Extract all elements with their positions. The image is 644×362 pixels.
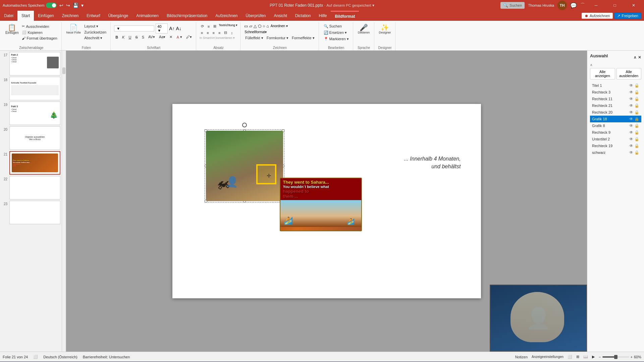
canvas-area[interactable]: ... Innerhalb 4 Monaten, und behältst xyxy=(66,51,587,352)
align-left-button[interactable]: ≡ xyxy=(200,30,204,36)
shape-icon-4[interactable]: ⬡ xyxy=(258,23,262,29)
visibility-icon-r20[interactable]: 👁 xyxy=(629,110,633,115)
font-size-field[interactable]: Aa▾ xyxy=(158,34,167,40)
tab-start[interactable]: Start xyxy=(17,11,34,21)
text-ausrichten-button[interactable]: ≡ xyxy=(206,23,211,29)
lock-icon-schwarz[interactable]: 🔒 xyxy=(634,150,639,155)
slide-thumb-20[interactable]: 20 Objekte auswählen like a Boss xyxy=(1,126,60,150)
selection-item-untertitel2[interactable]: Untertitel 2 👁 🔒 xyxy=(590,136,641,142)
formkontur-button[interactable]: Formkontur ▾ xyxy=(265,35,290,41)
slide-panel-scrollbar[interactable] xyxy=(62,51,66,352)
tab-datei[interactable]: Datei xyxy=(0,11,17,21)
char-spacing-button[interactable]: AV▾ xyxy=(147,34,156,40)
slide-thumb-22[interactable]: 22 xyxy=(1,176,60,199)
diktieren-button[interactable]: 🎤 Diktieren xyxy=(357,23,371,35)
sahara-card[interactable]: They went to Sahara... You wouldn´t beli… xyxy=(280,178,362,231)
tab-hilfe[interactable]: Hilfe xyxy=(315,11,331,21)
rotation-handle[interactable] xyxy=(242,123,247,127)
smartart-button[interactable]: ⊞ xyxy=(212,23,218,29)
italic-button[interactable]: K xyxy=(121,35,126,40)
visibility-icon-g18[interactable]: 👁 xyxy=(629,117,633,121)
einfuegen-button[interactable]: 📋 Einfügen xyxy=(4,23,20,35)
lock-icon-u2[interactable]: 🔒 xyxy=(634,137,639,141)
shape-icon-3[interactable]: △ xyxy=(253,23,257,29)
lock-icon-g18[interactable]: 🔒 xyxy=(634,117,639,121)
undo-icon[interactable]: ↩ xyxy=(59,3,63,8)
slide-thumb-18[interactable]: 18 Schnelle Textfeld Auswahl xyxy=(1,77,60,100)
tab-bildschirm[interactable]: Bildschirmpräsentation xyxy=(163,11,211,21)
selection-item-grafik8[interactable]: Grafik 8 👁 🔒 xyxy=(590,122,641,129)
freigeben-button[interactable]: ↗ Freigeben xyxy=(614,13,641,19)
tab-zeichnen[interactable]: Zeichnen xyxy=(58,11,83,21)
formeffekte-button[interactable]: Formeffekte ▾ xyxy=(290,35,316,41)
shape-icon-2[interactable]: ▱ xyxy=(249,23,253,29)
tab-animationen[interactable]: Animationen xyxy=(132,11,163,21)
lock-icon-r21[interactable]: 🔒 xyxy=(634,103,639,108)
tab-ueberpruefen[interactable]: Überprüfen xyxy=(241,11,270,21)
lock-icon-titel1[interactable]: 🔒 xyxy=(634,83,639,88)
font-size-dropdown[interactable]: 40 ▼ xyxy=(156,23,168,34)
tab-einfuegen[interactable]: Einfügen xyxy=(34,11,58,21)
save-icon[interactable]: 💾 xyxy=(73,3,78,8)
shadow-button[interactable]: S xyxy=(141,35,146,40)
language-status[interactable]: Deutsch (Österreich) xyxy=(43,355,77,359)
slide-thumb-23[interactable]: 23 xyxy=(1,201,60,224)
kopieren-button[interactable]: ⬜ Kopieren xyxy=(20,29,58,35)
selection-item-rechteck11[interactable]: Rechteck 11 👁 🔒 xyxy=(590,96,641,102)
lock-icon-r19[interactable]: 🔒 xyxy=(634,143,639,148)
ausschneiden-button[interactable]: ✂ Ausschneiden xyxy=(20,23,58,29)
normal-view-icon[interactable]: ⬜ xyxy=(568,355,572,359)
selection-item-rechteck20[interactable]: Rechteck 20 👁 🔒 xyxy=(590,109,641,116)
autosave-toggle-pill[interactable] xyxy=(46,3,57,8)
search-box[interactable]: 🔍 Suchen xyxy=(500,2,525,9)
visibility-icon-r21[interactable]: 👁 xyxy=(629,103,633,108)
suchen-button[interactable]: 🔍 Suchen xyxy=(322,23,343,29)
line-spacing-button[interactable]: ↕ xyxy=(229,30,234,36)
zuruecksetzen-button[interactable]: Zurücksetzen xyxy=(83,29,108,35)
selection-item-rechteck3[interactable]: Rechteck 3 👁 🔒 xyxy=(590,89,641,96)
slide-view-icon[interactable]: ⬜ xyxy=(33,355,38,359)
font-family-dropdown[interactable]: ▼ xyxy=(114,25,154,32)
neue-folie-button[interactable]: 📄 Neue Folie xyxy=(65,23,83,35)
ersetzen-button[interactable]: 🔄 Ersetzen ▾ xyxy=(322,30,348,36)
lock-icon-r3[interactable]: 🔒 xyxy=(634,90,639,95)
share-icon[interactable]: 💬 xyxy=(570,2,577,9)
tab-ansicht[interactable]: Ansicht xyxy=(270,11,291,21)
selection-item-rechteck21[interactable]: Rechteck 21 👁 🔒 xyxy=(590,102,641,109)
textrichtung-button[interactable]: ⟳ xyxy=(200,23,205,29)
bold-button[interactable]: B xyxy=(114,35,119,40)
collapse-icon[interactable]: ∧ xyxy=(634,55,637,60)
close-panel-icon[interactable]: ✕ xyxy=(638,55,641,60)
schnellformat-button[interactable]: Schnellformat▾ xyxy=(244,29,267,35)
presentation-icon[interactable]: ▶ xyxy=(592,355,595,359)
slide-thumb-21[interactable]: 21 They went to Sahara... You wouldn´t b… xyxy=(1,151,60,175)
accessibility-status[interactable]: Barrierefreiheit: Untersuchen xyxy=(83,355,130,359)
columns-button[interactable]: ⊟ xyxy=(223,30,228,36)
anordnen-button[interactable]: Anordnen ▾ xyxy=(270,23,288,29)
zoom-in-button[interactable]: + xyxy=(631,355,633,359)
zoom-slider[interactable] xyxy=(602,356,629,358)
tab-aufzeichnen[interactable]: Aufzeichnen xyxy=(211,11,241,21)
visibility-icon-r9[interactable]: 👁 xyxy=(629,130,633,135)
lock-icon-r20[interactable]: 🔒 xyxy=(634,110,639,115)
close-button[interactable]: ✕ xyxy=(626,0,641,11)
zoom-out-button[interactable]: − xyxy=(599,355,601,359)
selection-item-grafik18[interactable]: Grafik 18 👁 🔒 xyxy=(590,116,641,122)
shape-icon-5[interactable]: ○ xyxy=(262,23,265,29)
aufzeichnen-button[interactable]: ⏺ Aufzeichnen xyxy=(582,13,613,19)
maximize-button[interactable]: □ xyxy=(607,0,623,11)
show-all-button[interactable]: Alle anzeigen xyxy=(590,68,615,79)
minimize-button[interactable]: ─ xyxy=(588,0,604,11)
tab-dictation[interactable]: Dictation xyxy=(291,11,315,21)
increase-font-icon[interactable]: A↑ xyxy=(169,26,174,31)
format-uebertragen-button[interactable]: 🖌 Format übertragen xyxy=(20,36,58,41)
ribbon-icon[interactable]: ⌒ xyxy=(580,2,585,8)
more-tools-icon[interactable]: ▾ xyxy=(81,3,84,8)
selection-item-rechteck19[interactable]: Rechteck 19 👁 🔒 xyxy=(590,142,641,149)
visibility-icon-schwarz[interactable]: 👁 xyxy=(629,150,633,155)
notes-button[interactable]: Notizen xyxy=(515,355,528,359)
designer-button[interactable]: ✨ Designer xyxy=(378,23,392,35)
underline-button[interactable]: U xyxy=(127,35,132,40)
lock-icon-g8[interactable]: 🔒 xyxy=(634,123,639,128)
visibility-icon-titel1[interactable]: 👁 xyxy=(629,83,633,88)
